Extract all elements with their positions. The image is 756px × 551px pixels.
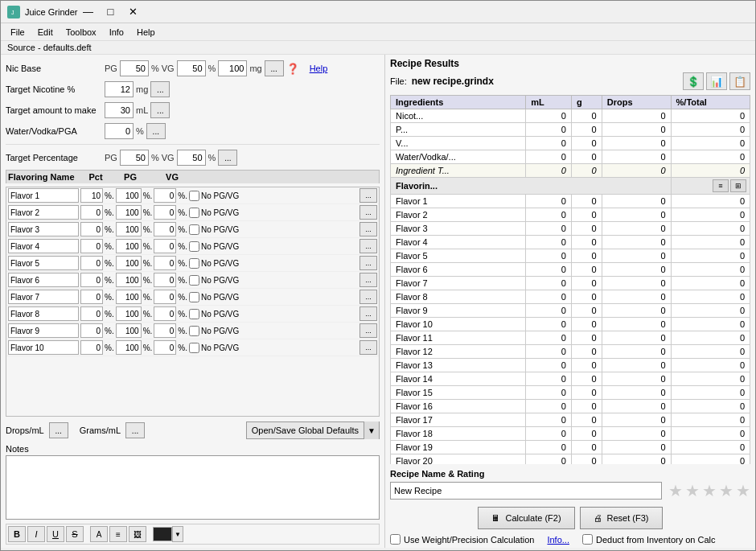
no-pgvg-check-8[interactable]	[189, 309, 199, 319]
flavor-pct-input-5[interactable]	[80, 256, 103, 270]
nic-base-vg-input[interactable]	[177, 60, 206, 76]
weight-check-label[interactable]: Use Weight/Precision Calculation	[390, 534, 534, 545]
menu-toolbox[interactable]: Toolbox	[60, 23, 103, 41]
flavor-action-btn-10[interactable]: ...	[360, 340, 377, 355]
flavor-pct-input-6[interactable]	[80, 273, 103, 287]
no-pgvg-check-7[interactable]	[189, 292, 199, 302]
star-5[interactable]: ★	[736, 481, 750, 500]
chart-icon-btn[interactable]: 📊	[706, 72, 727, 90]
underline-button[interactable]: U	[47, 526, 64, 542]
target-amount-input[interactable]	[105, 102, 134, 118]
flavor-action-btn-4[interactable]: ...	[360, 239, 377, 253]
dollar-icon-btn[interactable]: 💲	[683, 72, 704, 90]
flavor-name-input-8[interactable]	[8, 306, 79, 321]
flavor-action-btn-3[interactable]: ...	[360, 222, 377, 236]
flavor-vg-input-1[interactable]	[154, 188, 176, 203]
no-pgvg-check-1[interactable]	[189, 191, 199, 201]
no-pgvg-check-4[interactable]	[189, 241, 199, 252]
flavor-action-btn-9[interactable]: ...	[360, 323, 377, 338]
flavor-scroll[interactable]: %. %. %. No PG/VG ... %. %. %. No PG/VG …	[6, 187, 379, 416]
target-pct-dots-btn[interactable]: ...	[218, 150, 237, 166]
flavor-action-btn-5[interactable]: ...	[360, 256, 377, 270]
table-icon-btn[interactable]: 📋	[729, 72, 750, 90]
drops-dots-btn[interactable]: ...	[49, 422, 68, 438]
menu-file[interactable]: File	[4, 23, 31, 41]
flavor-action-btn-2[interactable]: ...	[360, 205, 377, 220]
view-list-btn[interactable]: ≡	[713, 179, 729, 192]
flavor-vg-input-8[interactable]	[154, 306, 176, 321]
image-button[interactable]: 🖼	[129, 526, 146, 542]
flavor-name-input-3[interactable]	[8, 222, 79, 236]
menu-info[interactable]: Info	[103, 23, 130, 41]
no-pgvg-check-10[interactable]	[189, 343, 199, 353]
flavor-pg-input-7[interactable]	[116, 290, 142, 304]
flavor-vg-input-7[interactable]	[154, 290, 176, 304]
weight-checkbox[interactable]	[390, 534, 401, 545]
menu-help[interactable]: Help	[130, 23, 162, 41]
target-nicotine-input[interactable]	[105, 81, 134, 97]
nic-base-mg-input[interactable]	[218, 60, 247, 76]
flavor-pg-input-2[interactable]	[116, 205, 142, 220]
deduct-checkbox[interactable]	[582, 534, 593, 545]
flavor-action-btn-1[interactable]: ...	[360, 188, 377, 203]
flavor-pg-input-8[interactable]	[116, 306, 142, 321]
flavor-name-input-4[interactable]	[8, 239, 79, 253]
nic-base-dots-btn[interactable]: ...	[265, 60, 284, 76]
flavor-pg-input-5[interactable]	[116, 256, 142, 270]
nic-base-pg-input[interactable]	[120, 60, 149, 76]
flavor-pct-input-8[interactable]	[80, 306, 103, 321]
flavor-name-input-1[interactable]	[8, 188, 79, 203]
flavor-name-input-7[interactable]	[8, 290, 79, 304]
view-grid-btn[interactable]: ⊞	[730, 179, 746, 192]
flavor-action-btn-8[interactable]: ...	[360, 306, 377, 321]
flavor-pct-input-9[interactable]	[80, 323, 103, 338]
minimize-button[interactable]: —	[77, 3, 98, 21]
flavor-vg-input-2[interactable]	[154, 205, 176, 220]
open-save-btn[interactable]: Open/Save Global Defaults	[247, 426, 364, 435]
star-1[interactable]: ★	[668, 481, 683, 500]
reset-button[interactable]: 🖨 Reset (F3)	[580, 507, 663, 529]
color-dropdown-arrow[interactable]: ▼	[172, 526, 183, 542]
deduct-check-label[interactable]: Deduct from Inventory on Calc	[582, 534, 716, 545]
flavor-vg-input-10[interactable]	[154, 340, 176, 355]
flavor-name-input-2[interactable]	[8, 205, 79, 220]
maximize-button[interactable]: □	[100, 3, 121, 21]
info-link[interactable]: Info...	[547, 535, 569, 545]
water-vodka-dots-btn[interactable]: ...	[146, 123, 166, 139]
flavor-action-btn-6[interactable]: ...	[360, 273, 377, 287]
flavor-pct-input-3[interactable]	[80, 222, 103, 236]
target-amount-dots-btn[interactable]: ...	[150, 102, 170, 118]
flavor-action-btn-7[interactable]: ...	[360, 290, 377, 304]
flavor-name-input-6[interactable]	[8, 273, 79, 287]
no-pgvg-check-3[interactable]	[189, 224, 199, 235]
flavor-vg-input-9[interactable]	[154, 323, 176, 338]
flavor-pg-input-6[interactable]	[116, 273, 142, 287]
color-swatch[interactable]	[153, 527, 172, 541]
star-4[interactable]: ★	[719, 481, 733, 500]
open-save-arrow[interactable]: ▼	[364, 421, 379, 439]
flavor-vg-input-5[interactable]	[154, 256, 176, 270]
flavor-pg-input-9[interactable]	[116, 323, 142, 338]
strikethrough-button[interactable]: S	[66, 526, 84, 542]
flavor-name-input-10[interactable]	[8, 340, 79, 355]
notes-textarea[interactable]	[6, 455, 380, 520]
bold-button[interactable]: B	[8, 526, 26, 542]
flavor-pct-input-7[interactable]	[80, 290, 103, 304]
flavor-pct-input-1[interactable]	[80, 188, 103, 203]
no-pgvg-check-5[interactable]	[189, 258, 199, 269]
flavor-vg-input-6[interactable]	[154, 273, 176, 287]
font-color-button[interactable]: A	[90, 526, 108, 542]
no-pgvg-check-9[interactable]	[189, 326, 199, 336]
menu-edit[interactable]: Edit	[31, 23, 60, 41]
help-link[interactable]: Help	[310, 64, 328, 73]
star-2[interactable]: ★	[685, 481, 700, 500]
flavor-pct-input-4[interactable]	[80, 239, 103, 253]
results-section[interactable]: Ingredients mL g Drops %/Total Nicot... …	[390, 95, 750, 464]
grams-dots-btn[interactable]: ...	[125, 422, 145, 438]
flavor-pg-input-10[interactable]	[116, 340, 142, 355]
flavor-pg-input-3[interactable]	[116, 222, 142, 236]
no-pgvg-check-2[interactable]	[189, 208, 199, 218]
target-pg-input[interactable]	[120, 150, 149, 166]
flavor-pg-input-4[interactable]	[116, 239, 142, 253]
recipe-name-input[interactable]	[390, 482, 662, 500]
